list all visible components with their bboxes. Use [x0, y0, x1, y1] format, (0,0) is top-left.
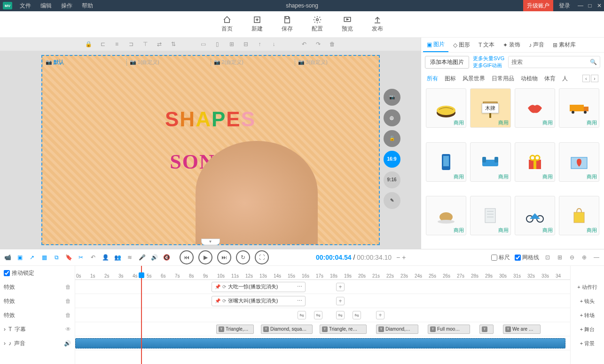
more-svg-link[interactable]: 更多矢量SVG: [473, 55, 504, 62]
delete-icon[interactable]: 🗑: [329, 40, 336, 48]
asset-bag[interactable]: 商用: [559, 196, 599, 235]
tl-person-icon[interactable]: 👤: [102, 254, 109, 261]
cat-people[interactable]: 人: [562, 75, 568, 83]
subtitle-track[interactable]: TTriangle,… TDiamond, squa… TTriangle, r…: [75, 322, 570, 336]
minimize-button[interactable]: —: [576, 2, 585, 9]
more-gif-link[interactable]: 更多GIF动画: [473, 62, 504, 69]
transition-4[interactable]: ⇋: [353, 311, 361, 319]
sub-7[interactable]: TWe are …: [503, 325, 541, 334]
tl-frame-icon[interactable]: ▣: [16, 254, 24, 261]
asset-lips[interactable]: 商用: [515, 88, 555, 128]
timeline-ruler[interactable]: 0s1s2s3s4s5s6s7s8s9s10s11s12s13s14s15s16…: [75, 266, 570, 280]
align-left-icon[interactable]: ⊏: [99, 40, 107, 48]
lock-toggle[interactable]: 推动锁定: [4, 269, 34, 277]
zoom-in-icon[interactable]: ⊕: [580, 254, 588, 261]
marker-default[interactable]: 📷 默认: [42, 59, 126, 66]
tl-cut-icon[interactable]: ✂: [77, 254, 85, 261]
home-button[interactable]: 首页: [221, 15, 233, 33]
add-stage-row[interactable]: + 舞台: [571, 322, 604, 336]
clip-scream[interactable]: 📌⟳张嘴大叫(播放完消失)⋯: [212, 296, 306, 306]
transition-2[interactable]: ⇋: [314, 311, 322, 319]
transition-3[interactable]: ⇋: [336, 311, 345, 319]
undo-icon[interactable]: ↶: [300, 40, 308, 48]
loop-button[interactable]: ↻: [236, 250, 250, 264]
tl-undo2-icon[interactable]: ↶: [89, 254, 97, 261]
collapse-handle[interactable]: ▼: [201, 239, 220, 245]
menu-action[interactable]: 操作: [56, 2, 77, 10]
grid-toggle[interactable]: 网格线: [515, 254, 539, 262]
tl-export-icon[interactable]: ↗: [28, 254, 36, 261]
sub-visibility[interactable]: 👁: [65, 326, 71, 333]
tab-decor[interactable]: ✦ 装饰: [499, 38, 524, 52]
play-button[interactable]: ▶: [198, 250, 212, 264]
preview-button[interactable]: 预览: [342, 15, 353, 33]
tab-image[interactable]: ▣ 图片: [423, 38, 448, 52]
audio-clip[interactable]: [75, 338, 565, 349]
cat-daily[interactable]: 日常用品: [492, 75, 514, 83]
tl-mic-icon[interactable]: 🎤: [138, 254, 146, 261]
sub-6[interactable]: T: [479, 325, 494, 334]
cat-animal[interactable]: 动植物: [521, 75, 538, 83]
sub-3[interactable]: TTriangle, re…: [320, 325, 367, 334]
add-transition-row[interactable]: + 转场: [571, 308, 604, 322]
expand-sub-icon[interactable]: ›: [4, 326, 6, 333]
asset-chicken[interactable]: 商用: [426, 196, 466, 235]
tl-mute-icon[interactable]: 🔇: [163, 254, 170, 261]
playhead[interactable]: [141, 266, 142, 364]
asset-sofa[interactable]: 商用: [470, 142, 510, 182]
redo-icon[interactable]: ↷: [314, 40, 322, 48]
target-icon[interactable]: ◎: [384, 109, 400, 126]
edit-icon[interactable]: ✎: [384, 192, 400, 209]
distribute-h-icon[interactable]: ▭: [200, 40, 207, 48]
layer-up-icon[interactable]: ↑: [256, 40, 264, 48]
fx-delete-2[interactable]: 🗑: [65, 298, 71, 304]
aspect-16-9[interactable]: 16:9: [384, 151, 400, 168]
cat-icon[interactable]: 图标: [445, 75, 456, 83]
fullscreen-button[interactable]: ⛶: [255, 250, 269, 264]
audio-volume[interactable]: 🔊: [64, 340, 71, 347]
tl-snap-icon[interactable]: ⊡: [544, 254, 551, 261]
align-top-icon[interactable]: ⊤: [141, 40, 149, 48]
search-icon[interactable]: 🔍: [590, 59, 597, 65]
asset-paper[interactable]: 商用: [470, 196, 510, 235]
search-input[interactable]: [511, 59, 590, 65]
unlock-icon[interactable]: 🔓: [384, 130, 400, 147]
aspect-9-16[interactable]: 9:16: [384, 171, 400, 188]
marker-1[interactable]: 📷 1(自定义): [126, 59, 211, 66]
sub-4[interactable]: TDiamond,…: [376, 325, 418, 334]
zoom-out-icon[interactable]: ⊖: [568, 254, 576, 261]
shapes-title-text[interactable]: SHAPES: [165, 108, 256, 132]
add-action-row[interactable]: + 动作行: [571, 280, 604, 294]
time-plus[interactable]: +: [402, 254, 406, 261]
asset-phone[interactable]: 商用: [426, 142, 466, 182]
upgrade-button[interactable]: 升级账户: [523, 0, 553, 11]
menu-file[interactable]: 文件: [15, 2, 36, 10]
tl-link-icon[interactable]: ⧉: [53, 254, 60, 261]
asset-noodles[interactable]: 商用: [426, 88, 466, 128]
tab-shape[interactable]: ◇ 图形: [449, 38, 474, 52]
canvas-stage[interactable]: 📷 默认 📷 1(自定义) 📷 2(自定义) 📷 3(自定义) SHAPES S…: [0, 51, 421, 249]
tl-wave-icon[interactable]: ≋: [126, 254, 133, 261]
flip-h-icon[interactable]: ⇄: [156, 40, 163, 48]
add-local-image-button[interactable]: 添加本地图片: [425, 56, 469, 69]
layer-down-icon[interactable]: ↓: [270, 40, 278, 48]
marker-2[interactable]: 📷 2(自定义): [211, 59, 295, 66]
fx-delete-1[interactable]: 🗑: [65, 284, 71, 290]
ungroup-icon[interactable]: ⊟: [242, 40, 250, 48]
close-button[interactable]: ✕: [595, 2, 604, 9]
transition-1[interactable]: ⇋: [298, 311, 306, 319]
config-button[interactable]: 配置: [312, 15, 323, 33]
group-icon[interactable]: ⊞: [228, 40, 235, 48]
add-clip-2[interactable]: +: [336, 297, 345, 305]
distribute-v-icon[interactable]: ▯: [214, 40, 221, 48]
search-box[interactable]: 🔍: [508, 56, 600, 68]
align-center-icon[interactable]: ≡: [113, 40, 121, 48]
align-right-icon[interactable]: ⊐: [127, 40, 135, 48]
tl-camera-icon[interactable]: 📹: [4, 254, 11, 261]
add-camera-row[interactable]: + 镜头: [571, 294, 604, 308]
add-clip-1[interactable]: +: [336, 283, 345, 291]
sub-2[interactable]: TDiamond, squa…: [261, 325, 313, 334]
cat-sport[interactable]: 体育: [544, 75, 556, 83]
fx-delete-3[interactable]: 🗑: [65, 312, 71, 318]
marker-3[interactable]: 📷 3(自定义): [295, 59, 379, 66]
